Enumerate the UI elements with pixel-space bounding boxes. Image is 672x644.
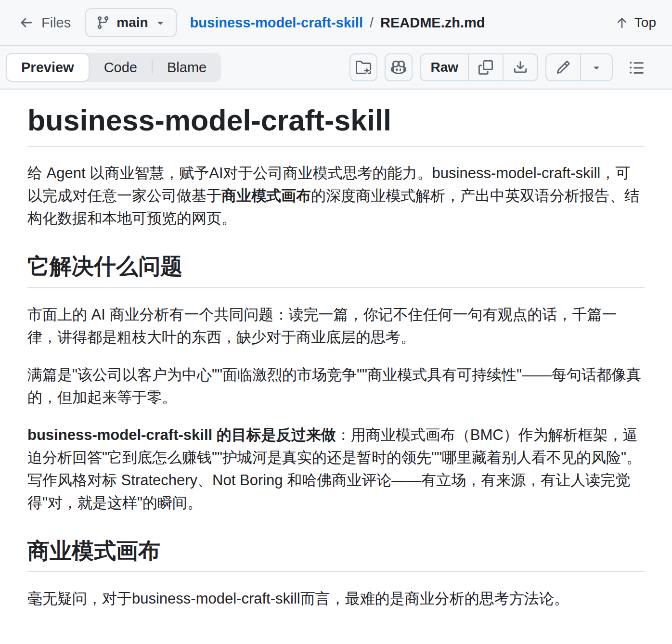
view-mode-tabs: Preview Code Blame: [6, 53, 221, 82]
copilot-icon: [391, 60, 406, 75]
paragraph: 毫无疑问，对于business-model-craft-skill而言，最难的是…: [27, 587, 645, 610]
edit-file-button[interactable]: [546, 54, 580, 80]
download-button[interactable]: [503, 54, 537, 80]
scroll-to-top-button[interactable]: Top: [615, 15, 656, 30]
blob-toolbar: Preview Code Blame R: [0, 46, 672, 90]
folder-sparkle-icon: [356, 60, 371, 75]
breadcrumb: business-model-craft-skill / README.zh.m…: [190, 15, 485, 31]
breadcrumb-file-name: README.zh.md: [380, 15, 485, 31]
arrow-up-icon: [615, 16, 629, 30]
section-heading-bmc: 商业模式画布: [27, 537, 645, 573]
chevron-down-icon: [155, 17, 166, 28]
copy-icon: [478, 60, 493, 75]
breadcrumb-repo-link[interactable]: business-model-craft-skill: [190, 15, 363, 31]
branch-selector[interactable]: main: [85, 8, 176, 37]
edit-options-button[interactable]: [580, 54, 612, 80]
copilot-button[interactable]: [385, 53, 413, 81]
intro-paragraph: 给 Agent 以商业智慧，赋予AI对于公司商业模式思考的能力。business…: [27, 162, 645, 230]
copy-raw-button[interactable]: [468, 54, 503, 80]
markdown-body: business-model-craft-skill 给 Agent 以商业智慧…: [0, 90, 672, 644]
download-icon: [513, 60, 528, 75]
raw-button[interactable]: Raw: [421, 54, 468, 80]
tab-code[interactable]: Code: [90, 53, 152, 82]
open-with-button[interactable]: [349, 53, 377, 81]
tab-preview[interactable]: Preview: [6, 53, 90, 82]
github-file-view: Files main business-model-craft-skill / …: [0, 0, 672, 644]
section-heading-problem: 它解决什么问题: [27, 253, 645, 288]
toolbar-actions: Raw: [349, 53, 656, 81]
raw-button-label: Raw: [430, 60, 458, 75]
paragraph: 市面上的 AI 商业分析有一个共同问题：读完一篇，你记不住任何一句有观点的话，千…: [27, 303, 645, 348]
back-button[interactable]: [16, 13, 37, 33]
outline-button[interactable]: [626, 57, 647, 78]
file-content: business-model-craft-skill 给 Agent 以商业智慧…: [0, 90, 672, 644]
breadcrumb-separator: /: [370, 15, 374, 31]
paragraph: business-model-craft-skill 的目标是反过来做：用商业模…: [27, 424, 645, 514]
branch-name: main: [116, 15, 148, 30]
pencil-icon: [556, 60, 570, 75]
doc-title: business-model-craft-skill: [27, 102, 645, 147]
git-branch-icon: [96, 15, 110, 30]
edit-group: [545, 53, 613, 81]
paragraph: 满篇是"该公司以客户为中心""面临激烈的市场竞争""商业模式具有可持续性"——每…: [27, 363, 645, 409]
files-label[interactable]: Files: [41, 15, 71, 31]
chevron-down-icon: [591, 62, 602, 73]
file-header: Files main business-model-craft-skill / …: [0, 0, 672, 46]
arrow-left-icon: [19, 15, 34, 30]
tab-blame[interactable]: Blame: [153, 53, 221, 82]
list-unordered-icon: [629, 60, 645, 76]
top-button-label: Top: [634, 15, 656, 30]
raw-copy-download-group: Raw: [420, 53, 538, 81]
